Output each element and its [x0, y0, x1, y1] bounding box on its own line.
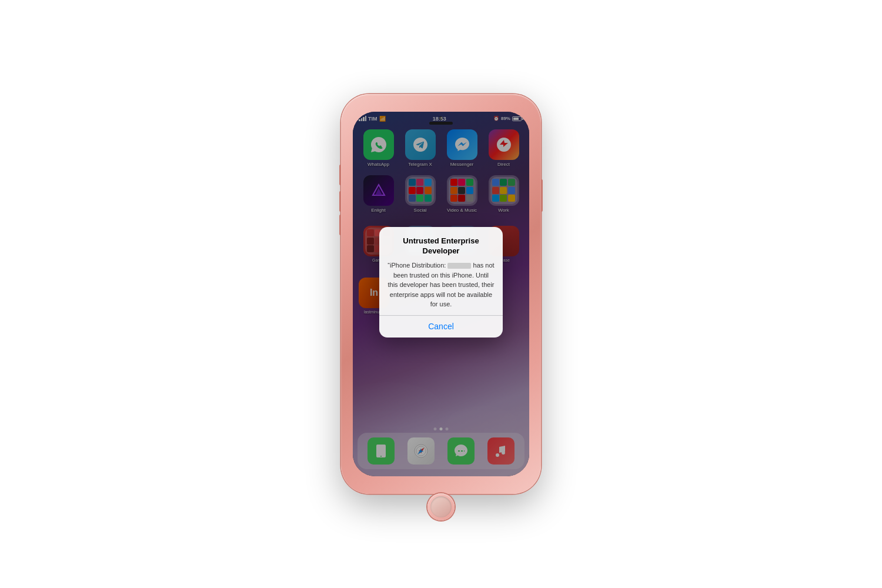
- home-screen: TIM 📶 18:53 ⏰ 89%: [353, 112, 529, 476]
- phone-screen: TIM 📶 18:53 ⏰ 89%: [353, 112, 529, 476]
- alert-message-prefix: “iPhone Distribution:: [387, 262, 446, 269]
- alert-overlay: Untrusted Enterprise Developer “iPhone D…: [353, 112, 529, 476]
- alert-content: Untrusted Enterprise Developer “iPhone D…: [379, 227, 503, 315]
- home-button-inner: [430, 496, 452, 517]
- alert-message: “iPhone Distribution: has not been trust…: [387, 260, 495, 309]
- home-button[interactable]: [427, 493, 455, 520]
- phone-frame: TIM 📶 18:53 ⏰ 89%: [341, 94, 541, 494]
- alert-buttons: Cancel: [379, 315, 503, 338]
- alert-dialog: Untrusted Enterprise Developer “iPhone D…: [379, 227, 503, 338]
- alert-redacted-text: [447, 263, 471, 269]
- alert-cancel-button[interactable]: Cancel: [379, 315, 503, 338]
- alert-title: Untrusted Enterprise Developer: [387, 236, 495, 256]
